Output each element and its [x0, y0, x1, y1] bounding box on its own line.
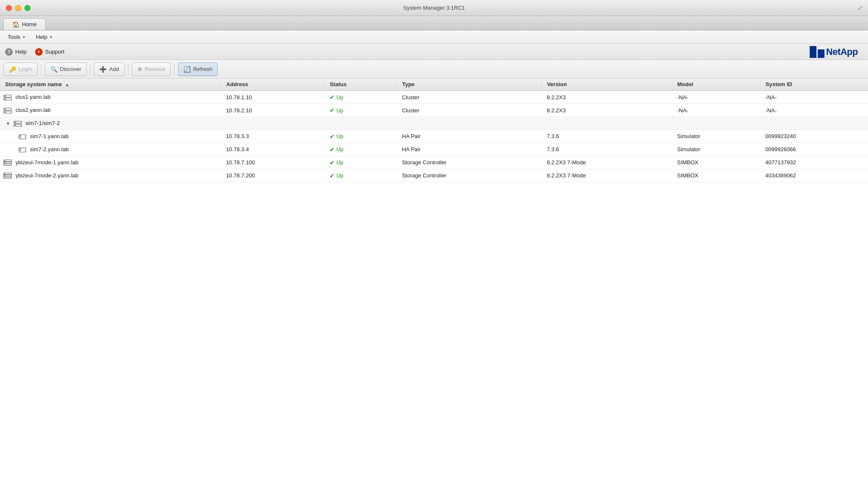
cell-type: HA Pair [397, 130, 542, 143]
cell-name: clus1.yann.lab [0, 90, 221, 104]
minimize-button[interactable] [15, 5, 21, 11]
cell-model: -NA- [672, 104, 760, 117]
svg-rect-14 [20, 137, 21, 138]
login-icon: 🔑 [9, 66, 16, 73]
divider-4 [174, 64, 175, 74]
toolbar: 🔑 Login 🔍 Discover ➕ Add ✖ Remove 🔄 Refr… [0, 60, 868, 79]
col-header-name[interactable]: Storage system name ▲ [0, 79, 221, 90]
cell-address: 10.78.3.3 [221, 130, 325, 143]
cell-name: ybizeul-7mode-2.yann.lab [0, 169, 221, 182]
close-button[interactable] [6, 5, 12, 11]
status-check-icon: ✔ [330, 107, 335, 114]
login-button[interactable]: 🔑 Login [3, 63, 38, 76]
collapse-arrow-icon[interactable]: ▼ [6, 121, 10, 126]
col-header-model[interactable]: Model [672, 79, 760, 90]
status-text: Up [336, 94, 344, 101]
cell-type: Storage Controller [397, 169, 542, 182]
storage-name: sim7-1/sim7-2 [25, 120, 60, 126]
storage-name: clus2.yann.lab [16, 107, 51, 113]
cell-systemid: 0099923240 [760, 130, 868, 143]
help-arrow-icon: ▼ [49, 35, 53, 39]
cell-status: ✔ Up [325, 169, 397, 182]
resize-icon[interactable]: ⤢ [857, 4, 863, 12]
titlebar: System Manager 3.1RC1 ⤢ [0, 0, 868, 16]
cell-systemid: 4077137932 [760, 156, 868, 169]
home-icon: 🏠 [12, 21, 19, 28]
storage-name: ybizeul-7mode-1.yann.lab [16, 159, 79, 166]
svg-rect-16 [20, 148, 21, 149]
cell-name: sim7-2.yann.lab [0, 143, 221, 156]
col-header-status[interactable]: Status [325, 79, 397, 90]
remove-button[interactable]: ✖ Remove [132, 63, 171, 76]
table-row[interactable]: sim7-1.yann.lab 10.78.3.3 ✔ Up HA Pair7.… [0, 130, 868, 143]
discover-icon: 🔍 [50, 66, 57, 73]
cell-version: 8.2.2X3 [542, 90, 672, 104]
tab-home-label: Home [22, 21, 37, 27]
main-content: Storage system name ▲ Address Status Typ… [0, 79, 868, 495]
table-row[interactable]: ybizeul-7mode-1.yann.lab 10.78.7.100 ✔ U… [0, 156, 868, 169]
help-button[interactable]: ? Help [5, 48, 27, 56]
storage-name: ybizeul-7mode-2.yann.lab [16, 172, 79, 179]
cell-type: HA Pair [397, 143, 542, 156]
support-button[interactable]: + Support [35, 48, 65, 56]
cell-model: SIMBOX [672, 169, 760, 182]
cell-status: ✔ Up [325, 130, 397, 143]
col-header-address[interactable]: Address [221, 79, 325, 90]
svg-rect-13 [20, 135, 21, 136]
cell-name: ybizeul-7mode-1.yann.lab [0, 156, 221, 169]
help-label: Help [15, 49, 27, 55]
table-row[interactable]: clus2.yann.lab 10.78.2.10 ✔ Up Cluster8.… [0, 104, 868, 117]
cell-status [325, 117, 397, 130]
svg-rect-5 [5, 109, 6, 109]
cell-systemid: 4034389062 [760, 169, 868, 182]
table-header-row: Storage system name ▲ Address Status Typ… [0, 79, 868, 90]
menu-tools-label: Tools [8, 34, 20, 40]
cell-status: ✔ Up [325, 90, 397, 104]
add-label: Add [109, 66, 119, 72]
status-text: Up [336, 146, 344, 152]
refresh-label: Refresh [193, 66, 213, 72]
status-check-icon: ✔ [330, 133, 335, 140]
tab-home[interactable]: 🏠 Home [3, 18, 46, 30]
status-text: Up [336, 133, 344, 139]
cell-model: Simulator [672, 143, 760, 156]
svg-rect-25 [4, 177, 11, 179]
menubar: Tools ▼ Help ▼ [0, 30, 868, 44]
logo-bar-1 [810, 46, 816, 58]
col-header-type[interactable]: Type [397, 79, 542, 90]
menu-help-label: Help [36, 34, 47, 40]
cell-type: Cluster [397, 90, 542, 104]
status-text: Up [336, 107, 344, 114]
col-header-systemid[interactable]: System ID [760, 79, 868, 90]
add-button[interactable]: ➕ Add [94, 63, 124, 76]
table-row[interactable]: ybizeul-7mode-2.yann.lab 10.78.7.200 ✔ U… [0, 169, 868, 182]
col-header-version[interactable]: Version [542, 79, 672, 90]
menu-help[interactable]: Help ▼ [32, 32, 57, 42]
cell-systemid: 0099926066 [760, 143, 868, 156]
svg-rect-11 [15, 125, 16, 125]
window-controls [6, 5, 30, 11]
storage-systems-table: Storage system name ▲ Address Status Typ… [0, 79, 868, 182]
cell-address: 10.78.1.10 [221, 90, 325, 104]
divider-1 [41, 64, 41, 74]
menu-tools[interactable]: Tools ▼ [3, 32, 30, 42]
table-row[interactable]: ▼ sim7-1/sim7-2 [0, 117, 868, 130]
cell-address: 10.78.3.4 [221, 143, 325, 156]
cell-name: clus2.yann.lab [0, 104, 221, 117]
cell-version: 8.2.2X3 7-Mode [542, 156, 672, 169]
refresh-button[interactable]: 🔄 Refresh [178, 63, 218, 76]
storage-name: clus1.yann.lab [16, 94, 51, 100]
status-check-icon: ✔ [330, 94, 335, 101]
maximize-button[interactable] [25, 5, 30, 11]
help-circle-icon: ? [5, 48, 13, 56]
table-row[interactable]: sim7-2.yann.lab 10.78.3.4 ✔ Up HA Pair7.… [0, 143, 868, 156]
refresh-icon: 🔄 [183, 66, 191, 73]
cell-name: sim7-1.yann.lab [0, 130, 221, 143]
cell-version: 7.3.6 [542, 130, 672, 143]
table-row[interactable]: clus1.yann.lab 10.78.1.10 ✔ Up Cluster8.… [0, 90, 868, 104]
table-container[interactable]: Storage system name ▲ Address Status Typ… [0, 79, 868, 495]
discover-button[interactable]: 🔍 Discover [45, 63, 87, 76]
cell-type [397, 117, 542, 130]
svg-rect-17 [20, 150, 21, 151]
netapp-logo-icon [810, 46, 824, 58]
